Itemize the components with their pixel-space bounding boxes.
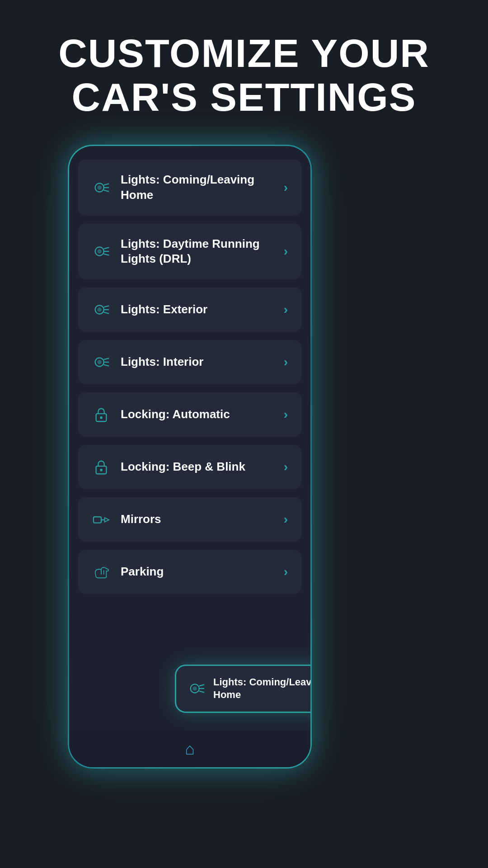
lock-icon [92,405,111,424]
menu-item-lights-drl[interactable]: Lights: Daytime Running Lights (DRL) › [78,224,301,280]
menu-label: Lights: Daytime Running Lights (DRL) [121,236,284,267]
chevron-icon: › [284,180,288,195]
svg-line-31 [199,685,204,686]
menu-label: Parking [121,564,164,580]
menu-label: Locking: Automatic [121,407,230,422]
svg-point-14 [97,307,102,312]
svg-line-2 [104,184,109,185]
menu-label: Locking: Beep & Blink [121,459,245,475]
menu-item-lights-coming-leaving[interactable]: Lights: Coming/Leaving Home › [78,160,301,216]
chevron-icon: › [284,512,288,527]
svg-point-33 [192,687,197,691]
menu-item-lights-interior[interactable]: Lights: Interior › [78,340,301,384]
home-icon[interactable]: ⌂ [185,740,195,759]
svg-point-9 [97,250,102,254]
svg-line-17 [104,359,109,360]
menu-item-locking-automatic[interactable]: Locking: Automatic › [78,392,301,437]
chevron-icon: › [284,460,288,474]
phone-frame: Lights: Coming/Leaving Home › [68,145,312,769]
menu-item-lights-exterior[interactable]: Lights: Exterior › [78,288,301,332]
header: CUSTOMIZE YOUR CAR'S SETTINGS [0,0,488,142]
menu-label: Mirrors [121,512,161,527]
svg-rect-24 [94,517,101,523]
headlight-icon [92,178,111,197]
menu-label: Lights: Coming/Leaving Home [121,172,284,203]
chevron-icon: › [284,407,288,422]
svg-line-12 [104,306,109,307]
svg-marker-26 [105,518,109,522]
mirror-icon [92,510,111,529]
menu-item-mirrors[interactable]: Mirrors › [78,497,301,542]
page-title: CUSTOMIZE YOUR CAR'S SETTINGS [36,32,452,119]
svg-line-7 [104,248,109,249]
lock-icon [92,458,111,476]
chevron-icon: › [284,302,288,317]
menu-label: Lights: Interior [121,354,203,370]
svg-point-23 [100,469,103,472]
svg-point-21 [100,416,103,419]
headlight-icon [92,300,111,319]
headlight-icon [92,242,111,261]
headlight-icon [92,353,111,372]
chevron-icon: › [284,244,288,259]
svg-line-3 [104,190,109,191]
svg-line-18 [104,365,109,366]
menu-item-parking[interactable]: Parking › [78,550,301,594]
chevron-icon: › [284,565,288,579]
svg-line-8 [104,254,109,255]
floating-tooltip[interactable]: Lights: Coming/Leaving Home › [175,665,310,713]
svg-line-32 [199,691,204,693]
phone-screen: Lights: Coming/Leaving Home › [69,146,310,767]
svg-point-19 [97,360,102,364]
tooltip-label: Lights: Coming/Leaving Home [213,676,310,702]
bottom-nav: ⌂ [69,731,310,767]
svg-line-13 [104,312,109,314]
svg-point-4 [97,185,102,190]
menu-item-locking-beep[interactable]: Locking: Beep & Blink › [78,445,301,489]
chevron-icon: › [284,355,288,369]
tooltip-headlight-icon [187,679,206,698]
menu-label: Lights: Exterior [121,302,207,317]
parking-icon [92,562,111,581]
